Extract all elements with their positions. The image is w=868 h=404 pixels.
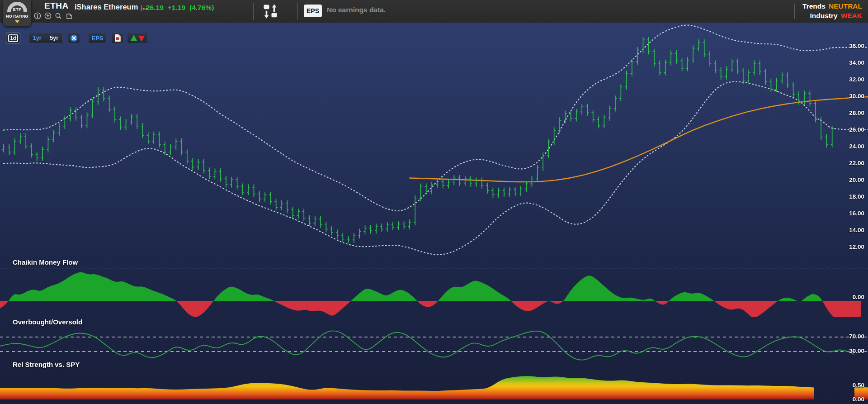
header-divider-3	[794, 4, 795, 19]
etf-type-label: ETF	[3, 7, 31, 12]
pdf-icon	[114, 34, 121, 42]
search-icon[interactable]	[55, 12, 62, 19]
signals-toggle-button[interactable]	[127, 33, 148, 43]
chart-region: 1d 1yr 5yr EPS	[0, 23, 868, 404]
timeframe-1yr-button[interactable]: 1yr	[29, 33, 46, 43]
timeframe-5yr-button[interactable]: 5yr	[46, 33, 63, 43]
rs-panel-title: Rel Strength vs. SPY	[13, 361, 80, 368]
price-axis-label: 30.00	[835, 93, 864, 100]
obos-70-label: 70.00	[835, 333, 864, 340]
industry-value: WEAK	[841, 12, 862, 19]
price-axis-label: 12.00	[835, 243, 864, 250]
trends-label: Trends	[802, 2, 826, 10]
industry-label: Industry	[810, 12, 837, 19]
rs-050-label: 0.50	[835, 382, 864, 389]
eps-status-text: No earnings data.	[327, 6, 386, 14]
ticker-symbol: ETHA	[44, 1, 69, 11]
obos-panel-title: Overbought/Oversold	[13, 318, 82, 326]
company-name: iShares Ethereum …	[75, 3, 147, 11]
info-icon[interactable]	[34, 12, 41, 19]
etf-rating-badge[interactable]: ETF NO RATING	[3, 0, 32, 27]
price-axis-label: 34.00	[835, 59, 864, 66]
last-price: 26.19	[146, 4, 164, 11]
industry-row: IndustryWEAK	[802, 11, 862, 20]
cmf-panel-title: Chaikin Money Flow	[13, 258, 78, 266]
price-change-pct: (4.76%)	[189, 4, 214, 11]
price-axis-label: 24.00	[835, 143, 864, 150]
rs-000-label: 0.00	[835, 396, 864, 403]
obos-30-label: 30.00	[835, 347, 864, 354]
eps-badge: EPS	[304, 5, 322, 17]
add-plus-icon[interactable]	[44, 12, 52, 19]
pdf-export-button[interactable]	[111, 33, 123, 43]
price-axis-label: 22.00	[835, 160, 864, 166]
gauge-needle-icon	[15, 20, 19, 23]
price-change: +1.19	[168, 4, 185, 11]
cmf-zero-label: 0.00	[835, 294, 864, 300]
trends-value: NEUTRAL	[829, 2, 862, 10]
header-bar: ETHA iShares Ethereum … | 26.19+1.19(4.7…	[0, 0, 868, 23]
copy-page-icon[interactable]	[65, 12, 72, 19]
timeframe-1d-button[interactable]: 1d	[6, 33, 20, 43]
trends-row: TrendsNEUTRAL	[802, 1, 862, 11]
price-quote: 26.19+1.19(4.76%)	[146, 4, 218, 12]
chart-canvas[interactable]	[0, 23, 868, 404]
price-axis-label: 16.00	[835, 210, 864, 217]
ticker-action-icons	[34, 12, 72, 19]
header-divider-2	[297, 3, 298, 20]
ratings-block: TrendsNEUTRAL IndustryWEAK	[802, 1, 862, 20]
price-axis-label: 20.00	[835, 176, 864, 183]
compare-swap-icon[interactable]	[263, 4, 278, 19]
timeframe-range-group: 1yr 5yr	[28, 33, 63, 43]
crosshair-icon	[70, 34, 78, 43]
price-axis-label: 28.00	[835, 109, 864, 116]
price-axis-label: 36.00	[835, 43, 864, 49]
price-divider: |	[141, 4, 142, 11]
price-axis-label: 32.00	[835, 76, 864, 83]
header-divider-1	[253, 3, 254, 20]
price-axis-label: 14.00	[835, 227, 864, 233]
bullish-triangle-icon	[131, 35, 137, 41]
price-axis-label: 26.00	[835, 126, 864, 133]
no-rating-label: NO RATING	[3, 14, 31, 19]
chaikin-analytics-app: ETHA iShares Ethereum … | 26.19+1.19(4.7…	[0, 0, 868, 404]
eps-overlay-button[interactable]: EPS	[88, 33, 107, 43]
bearish-triangle-icon	[138, 36, 145, 42]
timeframe-1d-label: 1d	[8, 34, 19, 42]
crosshair-button[interactable]	[68, 33, 80, 43]
price-axis-label: 18.00	[835, 193, 864, 200]
